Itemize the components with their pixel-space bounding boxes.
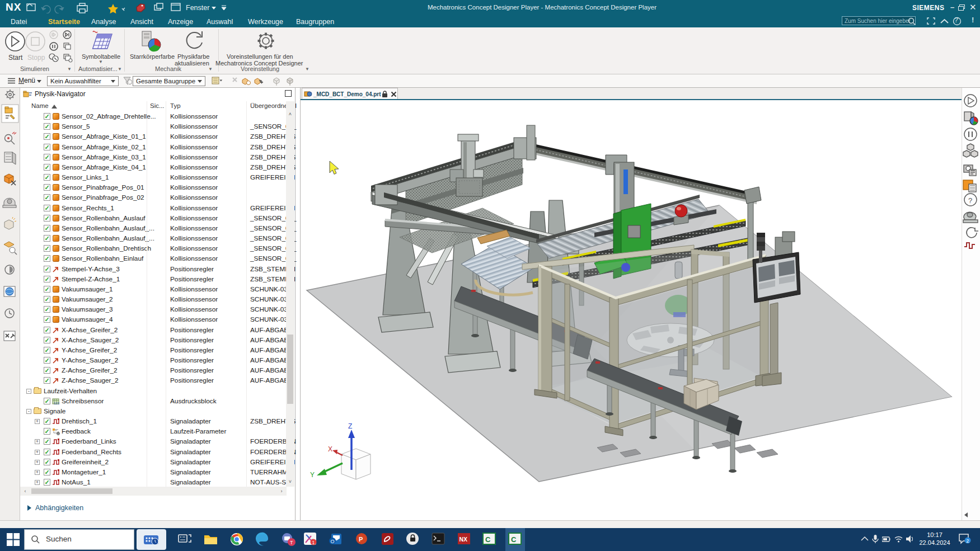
svg-text:NX: NX — [459, 536, 468, 543]
svg-text:P: P — [359, 536, 363, 543]
svg-text:T: T — [290, 540, 293, 545]
svg-text:Stopp: Stopp — [27, 54, 45, 62]
svg-text:C: C — [485, 535, 491, 544]
svg-text:Y: Y — [310, 471, 315, 479]
svg-text:Z: Z — [348, 422, 352, 430]
svg-text:Start: Start — [8, 54, 23, 62]
svg-text:2: 2 — [967, 538, 969, 544]
svg-text:O: O — [331, 539, 335, 544]
svg-text:1: 1 — [312, 540, 315, 545]
svg-text:Fenster: Fenster — [186, 4, 209, 12]
svg-text:?: ? — [968, 196, 972, 205]
svg-text:C: C — [511, 535, 517, 544]
svg-text:123: 123 — [54, 402, 60, 405]
svg-text:X: X — [328, 445, 332, 453]
